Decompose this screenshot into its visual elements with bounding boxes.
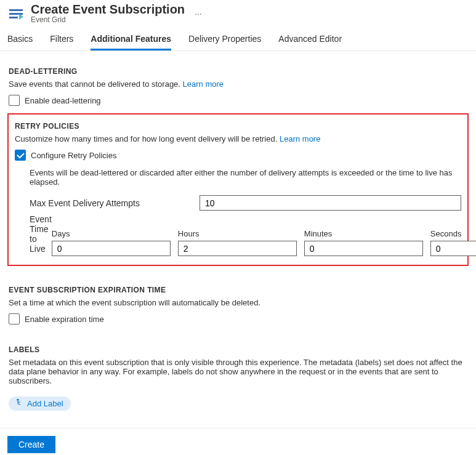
add-label-button[interactable]: Add Label	[9, 397, 71, 411]
ttl-minutes-label: Minutes	[304, 229, 423, 238]
max-attempts-label: Max Event Delivery Attempts	[15, 198, 200, 208]
tab-additional-features[interactable]: Additional Features	[91, 31, 171, 50]
page-header: Create Event Subscription Event Grid ···	[0, 0, 476, 28]
footer: Create	[0, 428, 476, 455]
ttl-seconds-input[interactable]	[430, 241, 476, 256]
labels-section: LABELS Set metadata on this event subscr…	[7, 337, 469, 414]
enable-dead-lettering-label: Enable dead-lettering	[25, 96, 101, 105]
event-grid-icon	[7, 5, 25, 22]
ttl-minutes-input[interactable]	[304, 241, 423, 256]
expiration-desc: Set a time at which the event subscripti…	[9, 298, 467, 307]
dead-lettering-desc: Save events that cannot be delivered to …	[9, 79, 467, 89]
svg-rect-1	[9, 13, 23, 15]
svg-rect-2	[9, 17, 18, 18]
dead-lettering-learn-link[interactable]: Learn more	[183, 79, 224, 89]
page-title: Create Event Subscription	[31, 2, 185, 17]
expiration-section: EVENT SUBSCRIPTION EXPIRATION TIME Set a…	[7, 277, 469, 328]
dead-lettering-desc-text: Save events that cannot be delivered to …	[9, 79, 180, 89]
dead-lettering-title: DEAD-LETTERING	[9, 67, 467, 76]
svg-rect-0	[9, 9, 23, 11]
retry-policies-section: RETRY POLICIES Customize how many times …	[7, 113, 469, 266]
labels-title: LABELS	[9, 345, 467, 354]
ttl-seconds-label: Seconds	[430, 229, 476, 238]
tab-bar: Basics Filters Additional Features Deliv…	[0, 28, 476, 51]
enable-expiration-checkbox[interactable]	[9, 313, 20, 324]
retry-desc-text: Customize how many times and for how lon…	[15, 134, 277, 143]
add-label-icon	[16, 399, 23, 408]
tab-basics[interactable]: Basics	[7, 31, 33, 50]
expiration-title: EVENT SUBSCRIPTION EXPIRATION TIME	[9, 286, 467, 294]
enable-expiration-label: Enable expiration time	[25, 315, 104, 324]
tab-advanced-editor[interactable]: Advanced Editor	[278, 31, 342, 50]
ttl-days-input[interactable]	[52, 241, 171, 256]
ttl-hours-input[interactable]	[178, 241, 297, 256]
labels-desc: Set metadata on this event subscription …	[9, 358, 467, 385]
enable-dead-lettering-checkbox[interactable]	[9, 95, 20, 106]
retry-hint: Events will be dead-lettered or discarde…	[30, 168, 461, 187]
configure-retry-label: Configure Retry Policies	[31, 151, 116, 160]
retry-desc: Customize how many times and for how lon…	[15, 134, 461, 143]
configure-retry-checkbox[interactable]	[15, 150, 26, 161]
ttl-hours-label: Hours	[178, 229, 297, 238]
retry-learn-link[interactable]: Learn more	[280, 134, 320, 143]
page-subtitle: Event Grid	[31, 15, 185, 24]
ttl-days-label: Days	[52, 229, 171, 238]
more-icon[interactable]: ···	[195, 9, 202, 18]
ttl-label: Event Time to Live	[15, 214, 52, 256]
dead-lettering-section: DEAD-LETTERING Save events that cannot b…	[7, 58, 469, 110]
add-label-text: Add Label	[27, 399, 63, 408]
tab-filters[interactable]: Filters	[50, 31, 73, 50]
tab-delivery-properties[interactable]: Delivery Properties	[188, 31, 261, 50]
create-button[interactable]: Create	[7, 436, 55, 453]
max-attempts-input[interactable]	[200, 195, 461, 211]
retry-title: RETRY POLICIES	[15, 122, 461, 131]
